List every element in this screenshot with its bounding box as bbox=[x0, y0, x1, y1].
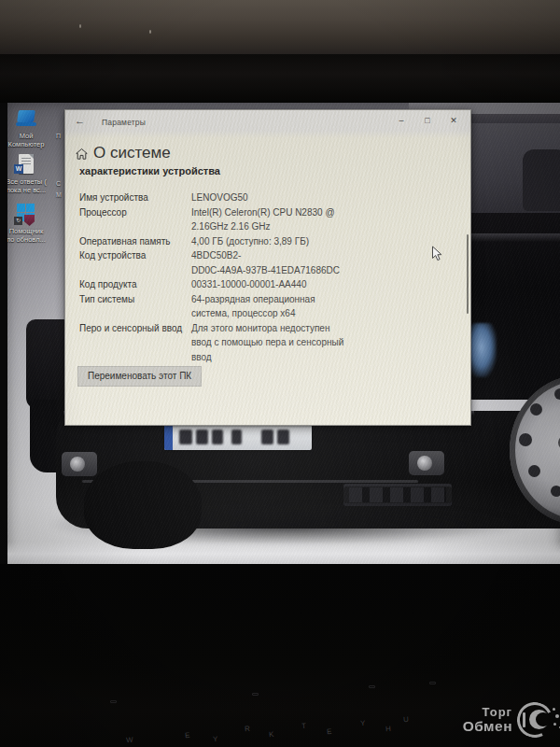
spec-row: Оперативная память 4,00 ГБ (доступно: 3,… bbox=[79, 234, 453, 249]
photo-of-laptop: Мой Компьютер W Все ответы ( пока не вс.… bbox=[0, 0, 560, 747]
watermark: Торг Обмен bbox=[463, 702, 553, 738]
laptop-screen: Мой Компьютер W Все ответы ( пока не вс.… bbox=[7, 103, 560, 564]
fog-light-lens bbox=[70, 457, 85, 472]
wallpaper-blue-reflection bbox=[469, 323, 497, 377]
wallpaper-studio-floor bbox=[7, 542, 560, 564]
back-button[interactable]: ← bbox=[75, 115, 85, 126]
window-title: Параметры bbox=[102, 118, 146, 127]
wallpaper-front-tire bbox=[84, 461, 202, 549]
icon-label: Все ответы ( пока не вс... bbox=[7, 178, 49, 194]
plate-character bbox=[196, 430, 208, 444]
close-button[interactable]: ✕ bbox=[441, 110, 467, 131]
key-outline bbox=[110, 700, 117, 703]
dust-speck bbox=[79, 24, 81, 28]
spec-row: Тип системы 64-разрядная операционная си… bbox=[79, 292, 453, 321]
fog-light-lens bbox=[417, 456, 432, 471]
keyboard-key: T bbox=[301, 722, 307, 730]
desktop-icon-update-assistant[interactable]: ↻ Помощник по обновл... bbox=[7, 204, 49, 244]
wheel-spoke-hole bbox=[554, 388, 560, 400]
keyboard-key: W bbox=[126, 736, 133, 745]
laptop-base: W E Y R K T E Y H U Торг Обмен bbox=[0, 564, 560, 747]
watermark-text: Торг Обмен bbox=[463, 706, 512, 734]
home-icon bbox=[76, 148, 88, 160]
update-assistant-icon: ↻ bbox=[14, 204, 38, 226]
wallpaper-fog-light-left bbox=[62, 452, 97, 476]
icon-label: Помощник по обновл... bbox=[7, 228, 49, 244]
plate-character bbox=[277, 430, 289, 444]
background-wall bbox=[0, 0, 560, 54]
wallpaper-bumper-vents bbox=[343, 484, 452, 506]
wheel-spoke-hole bbox=[528, 465, 540, 477]
minimize-button[interactable]: – bbox=[388, 110, 414, 131]
key-outline bbox=[429, 682, 436, 684]
keyboard-key: K bbox=[269, 730, 274, 739]
my-computer-icon bbox=[14, 108, 38, 131]
plate-eu-strip bbox=[164, 425, 173, 450]
settings-window: ← Параметры – □ ✕ О системе характеристи… bbox=[64, 109, 471, 426]
hidden-icon-label-fragment: П bbox=[56, 133, 61, 139]
desktop-icon-my-computer[interactable]: Мой Компьютер bbox=[7, 108, 49, 148]
icon-label: Мой Компьютер bbox=[7, 133, 49, 148]
keyboard-key: E bbox=[185, 731, 190, 740]
device-specs-list: Имя устройства LENOVOG50 Процессор Intel… bbox=[79, 190, 453, 364]
word-document-icon: W bbox=[14, 154, 38, 176]
spec-row: Код устройства 4BDC50B2- DD0C-4A9A-937B-… bbox=[79, 248, 453, 277]
spec-row: Перо и сенсорный ввод Для этого монитора… bbox=[79, 321, 453, 365]
key-outline bbox=[369, 685, 375, 688]
spec-row: Процессор Intel(R) Celeron(R) CPU N2830 … bbox=[79, 205, 453, 234]
laptop-top-bezel bbox=[0, 54, 560, 103]
page-title: О системе bbox=[93, 144, 171, 162]
window-controls: – □ ✕ bbox=[388, 110, 467, 131]
wheel-spoke-hole bbox=[519, 433, 532, 446]
hidden-icon-label-fragment: М bbox=[56, 191, 62, 198]
desktop-icon-word-document[interactable]: W Все ответы ( пока не вс... bbox=[7, 154, 49, 194]
section-title: характеристики устройства bbox=[79, 165, 220, 176]
wheel-spoke-hole bbox=[530, 403, 542, 416]
spec-row: Имя устройства LENOVOG50 bbox=[79, 190, 453, 205]
plate-character bbox=[179, 430, 192, 444]
wallpaper-license-plate bbox=[164, 425, 312, 450]
spec-row: Код продукта 00331-10000-00001-AA440 bbox=[79, 277, 453, 292]
wallpaper-fog-light-right bbox=[409, 451, 444, 475]
plate-character bbox=[212, 430, 223, 444]
keyboard-key: Y bbox=[360, 719, 366, 727]
key-outline bbox=[252, 693, 259, 696]
hidden-icon-label-fragment: С bbox=[56, 180, 61, 187]
keyboard-key: R bbox=[245, 725, 250, 733]
watermark-logo bbox=[517, 702, 553, 738]
keyboard-key: H bbox=[385, 725, 391, 733]
keyboard-key: Y bbox=[213, 735, 218, 743]
wallpaper-car-front bbox=[26, 319, 67, 409]
maximize-button[interactable]: □ bbox=[414, 110, 441, 131]
dust-speck bbox=[149, 30, 151, 34]
keyboard-key: E bbox=[327, 727, 332, 736]
scrollbar-thumb[interactable] bbox=[467, 234, 469, 314]
laptop-left-bezel bbox=[0, 103, 7, 564]
keyboard-key: U bbox=[403, 715, 409, 724]
wheel-spoke-hole bbox=[551, 486, 560, 497]
wallpaper-headrest bbox=[523, 149, 560, 211]
mouse-cursor bbox=[431, 246, 442, 261]
plate-character bbox=[261, 430, 273, 444]
plate-character bbox=[231, 430, 242, 444]
rename-pc-button[interactable]: Переименовать этот ПК bbox=[77, 366, 202, 387]
